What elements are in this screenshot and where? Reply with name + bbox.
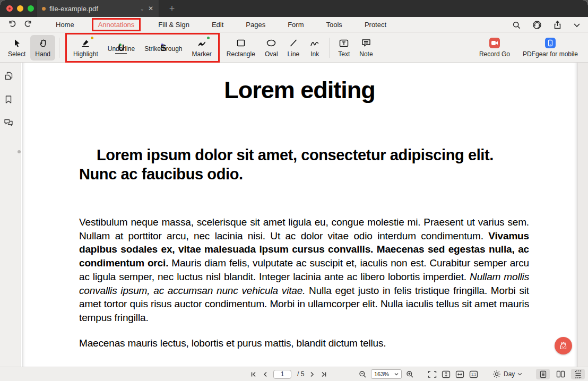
text-tool[interactable]: Text bbox=[333, 35, 354, 60]
menu-pages[interactable]: Pages bbox=[235, 21, 276, 29]
titlebar: file-example.pdf ⌄ ✕ + bbox=[0, 0, 588, 17]
robot-assistant-icon bbox=[558, 341, 568, 351]
underline-tool[interactable]: U Underline bbox=[103, 40, 140, 55]
bookmark-icon[interactable] bbox=[5, 95, 12, 106]
fit-height-icon[interactable] bbox=[442, 370, 451, 378]
menu-edit[interactable]: Edit bbox=[201, 21, 235, 29]
text-box-icon bbox=[338, 38, 350, 49]
oval-icon bbox=[265, 38, 277, 49]
page-number-input[interactable] bbox=[273, 370, 291, 379]
support-icon[interactable] bbox=[532, 20, 542, 30]
fit-width-icon[interactable] bbox=[455, 370, 464, 378]
highlight-color-dot bbox=[91, 37, 93, 39]
document-body: Vestibulum neque massa, scelerisque sit … bbox=[79, 215, 529, 350]
continuous-view-icon[interactable] bbox=[571, 369, 585, 379]
note-bubble-icon bbox=[360, 38, 372, 49]
actual-size-icon[interactable]: 1:1 bbox=[469, 370, 478, 378]
menu-tools[interactable]: Tools bbox=[315, 21, 353, 29]
redo-icon[interactable] bbox=[24, 19, 33, 30]
zoom-chevron-icon bbox=[394, 373, 399, 376]
marker-tool[interactable]: Marker bbox=[187, 35, 217, 60]
ink-icon bbox=[309, 38, 321, 49]
line-tool[interactable]: Line bbox=[283, 35, 305, 60]
menu-protect[interactable]: Protect bbox=[353, 21, 397, 29]
search-icon[interactable] bbox=[512, 21, 521, 30]
highlighter-icon bbox=[80, 38, 91, 49]
chevron-down-icon[interactable] bbox=[573, 23, 581, 28]
ink-tool[interactable]: Ink bbox=[304, 35, 325, 60]
note-tool[interactable]: Note bbox=[354, 35, 377, 60]
view-mode-label[interactable]: Day bbox=[504, 370, 515, 378]
vertical-scrollbar-track[interactable] bbox=[577, 63, 588, 367]
paragraph-2: Maecenas mauris lectus, lobortis et puru… bbox=[79, 336, 529, 350]
strikethrough-icon: S bbox=[158, 42, 169, 54]
pdfgear-window: file-example.pdf ⌄ ✕ + Home Annotations … bbox=[0, 0, 588, 381]
menu-home[interactable]: Home bbox=[45, 21, 85, 29]
sun-icon bbox=[492, 370, 501, 378]
zoom-out-icon[interactable] bbox=[359, 370, 367, 378]
menu-form[interactable]: Form bbox=[276, 21, 315, 29]
undo-icon[interactable] bbox=[7, 19, 16, 30]
cursor-arrow-icon bbox=[11, 38, 23, 49]
pdf-page[interactable]: Lorem editing Lorem ipsum dolor sit amet… bbox=[22, 63, 577, 367]
prev-page-icon[interactable] bbox=[263, 371, 267, 377]
toolbar-separator bbox=[329, 38, 330, 58]
menu-fill-sign[interactable]: Fill & Sign bbox=[147, 21, 201, 29]
status-bar: / 5 163% bbox=[0, 367, 588, 381]
comments-icon[interactable] bbox=[4, 118, 13, 129]
share-icon[interactable] bbox=[553, 20, 562, 30]
zoom-window-button[interactable] bbox=[28, 5, 34, 12]
single-page-view-icon[interactable] bbox=[536, 369, 550, 379]
annotation-tools-highlight-box: Highlight U Underline S Strikethrough bbox=[65, 33, 220, 63]
oval-tool[interactable]: Oval bbox=[260, 35, 283, 60]
tab-title: file-example.pdf bbox=[49, 5, 136, 13]
paragraph-1: Vestibulum neque massa, scelerisque sit … bbox=[79, 215, 529, 325]
next-page-icon[interactable] bbox=[310, 371, 315, 377]
left-sidebar bbox=[0, 63, 21, 367]
annotation-toolbar: Select Hand Highligh bbox=[0, 33, 588, 63]
marker-color-dot bbox=[207, 37, 210, 39]
hand-icon bbox=[37, 38, 49, 49]
document-title: Lorem editing bbox=[22, 76, 577, 104]
zoom-in-icon[interactable] bbox=[406, 370, 414, 378]
fit-page-icon[interactable] bbox=[428, 370, 437, 378]
mobile-phone-icon bbox=[544, 38, 556, 49]
menu-bar: Home Annotations Fill & Sign Edit Pages … bbox=[0, 17, 588, 33]
traffic-lights bbox=[6, 5, 34, 12]
unsaved-dot-icon bbox=[42, 7, 46, 11]
page-thumbnails-icon[interactable] bbox=[4, 71, 13, 83]
hand-tool[interactable]: Hand bbox=[30, 35, 55, 60]
marker-icon bbox=[196, 38, 207, 49]
close-window-button[interactable] bbox=[6, 5, 13, 12]
menu-annotations[interactable]: Annotations bbox=[92, 18, 141, 31]
record-go-tool[interactable]: Record Go bbox=[474, 35, 515, 60]
new-tab-button[interactable]: + bbox=[166, 2, 178, 15]
highlight-tool[interactable]: Highlight bbox=[68, 35, 103, 60]
document-tab[interactable]: file-example.pdf ⌄ ✕ bbox=[36, 0, 159, 17]
view-mode-chevron-icon[interactable] bbox=[517, 373, 522, 376]
toolbar-separator bbox=[59, 38, 59, 58]
last-page-icon[interactable] bbox=[321, 371, 327, 377]
assistant-fab[interactable] bbox=[555, 337, 572, 354]
zoom-level-value: 163% bbox=[374, 371, 389, 377]
record-go-icon bbox=[489, 38, 500, 49]
minimize-window-button[interactable] bbox=[17, 5, 23, 12]
tab-close-icon[interactable]: ✕ bbox=[148, 5, 153, 12]
rectangle-tool[interactable]: Rectangle bbox=[222, 35, 260, 60]
svg-text:1:1: 1:1 bbox=[471, 373, 476, 376]
first-page-icon[interactable] bbox=[250, 371, 257, 377]
facing-pages-view-icon[interactable] bbox=[554, 369, 567, 379]
strikethrough-tool[interactable]: S Strikethrough bbox=[140, 40, 187, 55]
document-heading: Lorem ipsum dolor sit amet, consectetur … bbox=[79, 145, 531, 184]
underline-icon: U bbox=[115, 42, 127, 54]
page-total-label: / 5 bbox=[297, 370, 304, 378]
tab-chevron-down-icon[interactable]: ⌄ bbox=[140, 6, 144, 12]
sidebar-resize-handle[interactable] bbox=[18, 150, 21, 153]
select-tool[interactable]: Select bbox=[3, 35, 30, 60]
rectangle-icon bbox=[235, 38, 247, 49]
pdfgear-mobile-tool[interactable]: PDFgear for mobile bbox=[518, 35, 583, 60]
line-icon bbox=[288, 38, 299, 49]
zoom-level-select[interactable]: 163% bbox=[371, 369, 402, 379]
